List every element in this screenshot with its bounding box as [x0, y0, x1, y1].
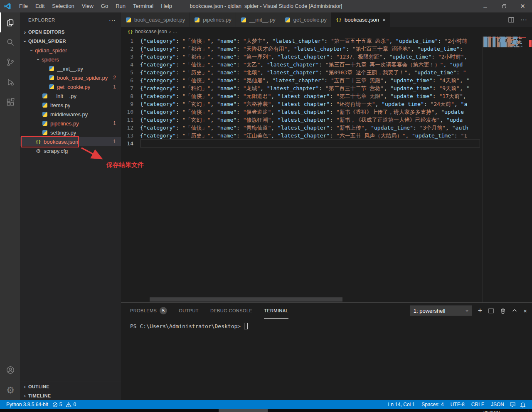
- tree-item-get-cookie-py[interactable]: get_cookie.py1: [20, 82, 121, 91]
- tree-item-pipelines-py[interactable]: pipelines.py1: [20, 119, 121, 128]
- code-line-1[interactable]: 1{"category": "「仙侠」", "name": "大梦主", "la…: [121, 37, 480, 45]
- shell-selector[interactable]: 1: powershell ›: [410, 305, 472, 316]
- menu-edit[interactable]: Edit: [32, 3, 48, 9]
- code-line-2[interactable]: 2{"category": "「都市」", "name": "天降我才必有用",…: [121, 45, 480, 53]
- status-encoding[interactable]: UTF-8: [447, 400, 468, 409]
- close-window-button[interactable]: ✕: [513, 0, 532, 12]
- maximize-panel-icon[interactable]: [512, 308, 517, 314]
- notifications-bell-icon[interactable]: [518, 400, 528, 409]
- python-file-icon: [284, 17, 291, 23]
- breadcrumb-file[interactable]: bookcase.json: [135, 29, 167, 34]
- tree-section-qidian-spider[interactable]: ›QIDIAN_SPIDER: [20, 37, 121, 46]
- tree-item-settings-py[interactable]: settings.py: [20, 128, 121, 137]
- breadcrumb-more[interactable]: ...: [173, 29, 177, 34]
- tab-init-py[interactable]: __init__.py: [236, 12, 280, 27]
- code-line-13[interactable]: 13{"category": "「历史」", "name": "江山美色", "…: [121, 132, 480, 140]
- code-line-8[interactable]: 8{"category": "「仙侠」", "name": "元阳道君", "l…: [121, 92, 480, 100]
- menu-help[interactable]: Help: [157, 3, 176, 9]
- restore-button[interactable]: [495, 0, 513, 12]
- menu-terminal[interactable]: Terminal: [129, 3, 157, 9]
- code-line-5[interactable]: 5{"category": "「历史」", "name": "北颂", "lat…: [121, 69, 480, 76]
- problems-count-badge: 5: [160, 307, 167, 314]
- code-line-12[interactable]: 12{"category": "「仙侠」", "name": "青梅仙道", "…: [121, 124, 480, 132]
- split-terminal-icon[interactable]: [488, 308, 494, 314]
- tab-get-cookie-py[interactable]: get_cookie.py: [280, 12, 331, 27]
- split-editor-icon[interactable]: [508, 17, 515, 23]
- python-file-icon: [42, 93, 48, 99]
- chevron-right-icon: ›: [22, 393, 28, 398]
- tree-item-spiders[interactable]: ›spiders: [20, 55, 121, 64]
- sidebar-section-outline[interactable]: ›OUTLINE: [20, 382, 121, 391]
- code-line-9[interactable]: 9{"category": "「玄幻」", "name": "六格神装", "l…: [121, 100, 480, 108]
- code-line-10[interactable]: 10{"category": "「仙侠」", "name": "偃者道途", "…: [121, 108, 480, 116]
- terminal[interactable]: PS C:\Users\Administrator\Desktop>: [121, 319, 532, 400]
- tree-item-qidian-spider[interactable]: ›qidian_spider: [20, 46, 121, 55]
- explorer-icon[interactable]: [0, 12, 20, 32]
- tree-item-bookcase-json[interactable]: {}bookcase.json1: [20, 137, 121, 146]
- tree-item-label: qidian_spider: [35, 47, 67, 54]
- panel-tab-problems[interactable]: PROBLEMS5: [130, 303, 167, 319]
- minimize-button[interactable]: –: [476, 0, 495, 12]
- problems-status[interactable]: 5 0: [50, 400, 78, 409]
- tree-item-init-py[interactable]: __init__.py: [20, 64, 121, 73]
- account-icon[interactable]: [0, 360, 20, 380]
- search-icon[interactable]: [0, 32, 20, 52]
- line-number: 6: [121, 76, 140, 84]
- extensions-icon[interactable]: [0, 92, 20, 112]
- vscode-logo: [4, 2, 11, 10]
- line-number: 9: [121, 100, 140, 108]
- tree-item-label: QIDIAN_SPIDER: [28, 39, 66, 44]
- tree-section-open-editors[interactable]: ›OPEN EDITORS: [20, 27, 121, 37]
- new-terminal-icon[interactable]: +: [478, 307, 483, 315]
- panel-tab-output[interactable]: OUTPUT: [179, 303, 199, 319]
- tree-item-book-case-spider-py[interactable]: book_case_spider.py2: [20, 73, 121, 82]
- status-eol[interactable]: CRLF: [468, 400, 488, 409]
- kill-terminal-icon[interactable]: [500, 308, 506, 314]
- status-indentation[interactable]: Spaces: 4: [418, 400, 447, 409]
- warning-icon: [66, 402, 71, 407]
- sidebar-section-timeline[interactable]: ›TIMELINE: [20, 391, 121, 400]
- panel-tab-debug-console[interactable]: DEBUG CONSOLE: [210, 303, 252, 319]
- menu-selection[interactable]: Selection: [48, 3, 78, 9]
- python-interpreter[interactable]: Python 3.8.5 64-bit: [4, 400, 50, 409]
- menu-view[interactable]: View: [78, 3, 97, 9]
- status-cursor-position[interactable]: Ln 14, Col 1: [385, 400, 419, 409]
- menu-run[interactable]: Run: [112, 3, 129, 9]
- tree-item-init-py[interactable]: __init__.py: [20, 91, 121, 101]
- code-line-14[interactable]: 14: [121, 140, 480, 147]
- error-icon: [52, 402, 58, 407]
- tree-item-middlewares-py[interactable]: middlewares.py: [20, 110, 121, 119]
- status-language-mode[interactable]: JSON: [488, 400, 507, 409]
- tab-bookcase-json[interactable]: {}bookcase.json×: [331, 12, 390, 27]
- taskbar-app-button[interactable]: [219, 409, 268, 412]
- tab-book-case-spider-py[interactable]: book_case_spider.py: [121, 12, 190, 27]
- explorer-more-actions[interactable]: ···: [109, 17, 116, 23]
- code-line-3[interactable]: 3{"category": "「都市」", "name": "第一序列", "l…: [121, 53, 480, 61]
- menu-file[interactable]: File: [15, 3, 32, 9]
- code-line-4[interactable]: 4{"category": "「仙侠」", "name": "太乙", "lat…: [121, 61, 480, 69]
- close-tab-icon[interactable]: ×: [382, 17, 386, 23]
- code-line-7[interactable]: 7{"category": "「科幻」", "name": "龙城", "lat…: [121, 84, 480, 92]
- tree-item-scrapy-cfg[interactable]: ⚙scrapy.cfg: [20, 146, 121, 155]
- tree-item-label: spiders: [42, 56, 59, 63]
- editor-more-actions-icon[interactable]: ···: [520, 16, 527, 24]
- code-line-11[interactable]: 11{"category": "「玄幻」", "name": "修炼狂潮", "…: [121, 116, 480, 124]
- feedback-icon[interactable]: [507, 400, 518, 409]
- settings-gear-icon[interactable]: ⚙: [0, 380, 20, 400]
- minimap[interactable]: [482, 37, 526, 302]
- line-number: 14: [121, 140, 140, 147]
- problem-count-badge: 1: [113, 139, 121, 145]
- menu-go[interactable]: Go: [97, 3, 112, 9]
- tab-pipelines-py[interactable]: pipelines.py: [190, 12, 236, 27]
- code-editor[interactable]: 1{"category": "「仙侠」", "name": "大梦主", "la…: [121, 36, 532, 302]
- run-and-debug-icon[interactable]: [0, 72, 20, 92]
- tree-item-items-py[interactable]: items.py: [20, 101, 121, 110]
- close-panel-icon[interactable]: ×: [523, 307, 527, 314]
- problem-count-badge: 1: [113, 120, 121, 126]
- code-line-6[interactable]: 6{"category": "「仙侠」", "name": "觅仙屠", "la…: [121, 76, 480, 84]
- horizontal-scrollbar[interactable]: [150, 297, 342, 302]
- activity-bar: ⚙: [0, 12, 20, 400]
- breadcrumb[interactable]: {} bookcase.json › ...: [121, 27, 532, 36]
- source-control-icon[interactable]: [0, 52, 20, 72]
- panel-tab-terminal[interactable]: TERMINAL: [264, 303, 288, 319]
